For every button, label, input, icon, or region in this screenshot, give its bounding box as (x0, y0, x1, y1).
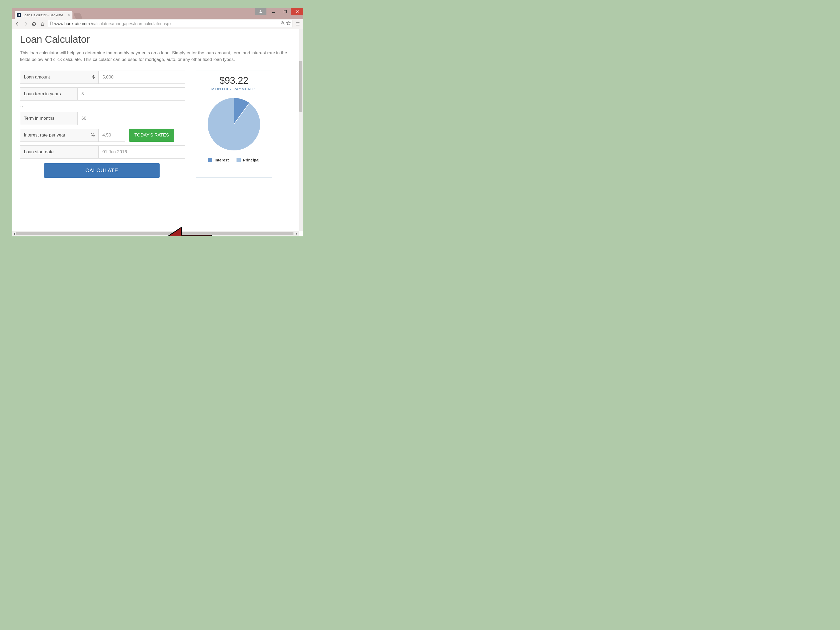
minimize-button[interactable] (267, 8, 279, 15)
page-title: Loan Calculator (20, 34, 295, 45)
percent-symbol: % (91, 133, 95, 138)
svg-rect-2 (284, 10, 287, 13)
home-button[interactable] (39, 21, 46, 27)
browser-window: B Loan Calculator - Bankrate × www.bankr… (12, 8, 303, 236)
page-description: This loan calculator will help you deter… (20, 50, 288, 63)
term-months-label: Term in months (20, 112, 78, 125)
legend-label: Interest (215, 158, 229, 162)
loan-amount-label: Loan amount $ (20, 71, 99, 84)
new-tab-button[interactable] (74, 13, 82, 19)
scrollbar-thumb[interactable] (16, 232, 294, 235)
start-date-label: Loan start date (20, 145, 99, 159)
todays-rates-button[interactable]: TODAY'S RATES (129, 129, 174, 142)
loan-form: Loan amount $ 5,000 Loan term in years 5… (20, 71, 185, 178)
user-icon[interactable] (255, 8, 267, 15)
chart-legend: Interest Principal (200, 158, 268, 162)
page-viewport: Loan Calculator This loan calculator wil… (12, 29, 303, 236)
reload-button[interactable] (31, 21, 37, 27)
svg-point-0 (260, 10, 261, 11)
or-separator: or (21, 104, 185, 109)
svg-rect-1 (272, 12, 275, 13)
legend-label: Principal (243, 158, 259, 162)
window-close-button[interactable] (291, 8, 303, 15)
result-panel: $93.22 MONTHLY PAYMENTS Interest P (196, 71, 272, 178)
interest-rate-label: Interest rate per year % (20, 129, 99, 142)
legend-principal: Principal (237, 158, 259, 162)
url-host: www.bankrate.com (54, 22, 90, 26)
page-icon (50, 22, 53, 26)
forward-button[interactable] (22, 21, 29, 27)
term-months-input[interactable]: 60 (78, 112, 185, 125)
scroll-left-icon[interactable]: ◄ (12, 232, 16, 235)
label-text: Interest rate per year (24, 133, 65, 138)
monthly-payment-amount: $93.22 (200, 75, 268, 86)
interest-rate-input[interactable]: 4.50 (99, 129, 125, 142)
vertical-scrollbar[interactable] (299, 29, 303, 231)
scrollbar-thumb[interactable] (299, 61, 302, 112)
menu-button[interactable] (295, 21, 301, 27)
label-text: Loan amount (24, 74, 50, 80)
tab-title: Loan Calculator - Bankrate (22, 13, 66, 17)
start-date-input[interactable]: 01 Jun 2016 (99, 145, 185, 159)
legend-interest: Interest (208, 158, 229, 162)
maximize-button[interactable] (279, 8, 291, 15)
horizontal-scrollbar[interactable]: ◄ ► (12, 231, 299, 236)
pie-chart (208, 98, 260, 150)
calculate-button[interactable]: CALCULATE (44, 163, 159, 178)
loan-term-years-input[interactable]: 5 (78, 87, 185, 101)
address-bar[interactable]: www.bankrate.com/calculators/mortgages/l… (48, 20, 292, 28)
back-button[interactable] (14, 21, 21, 27)
loan-term-years-label: Loan term in years (20, 87, 78, 101)
scroll-right-icon[interactable]: ► (295, 232, 299, 235)
swatch-interest (208, 158, 212, 162)
currency-symbol: $ (92, 74, 95, 80)
browser-tab[interactable]: B Loan Calculator - Bankrate × (15, 11, 73, 19)
monthly-payment-caption: MONTHLY PAYMENTS (200, 87, 268, 91)
loan-amount-input[interactable]: 5,000 (99, 71, 185, 84)
browser-toolbar: www.bankrate.com/calculators/mortgages/l… (12, 19, 303, 29)
tab-close-icon[interactable]: × (68, 13, 70, 17)
zoom-icon[interactable] (281, 21, 285, 27)
star-icon[interactable] (286, 21, 291, 27)
swatch-principal (237, 158, 241, 162)
tab-favicon: B (17, 13, 21, 17)
url-path: /calculators/mortgages/loan-calculator.a… (91, 22, 171, 26)
window-controls (255, 8, 303, 15)
